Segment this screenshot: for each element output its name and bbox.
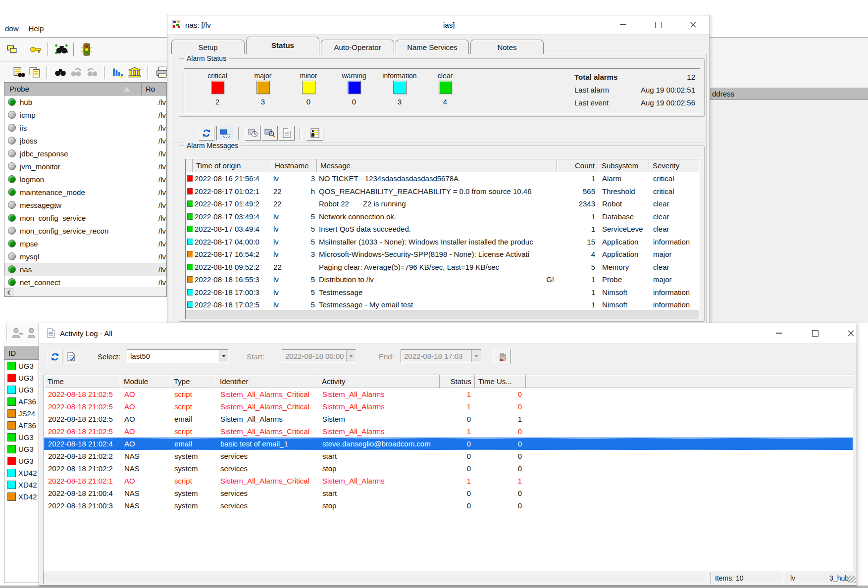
probe-row[interactable]: maintenance_mode /lv [4,186,166,198]
probe-horizontal-scrollbar[interactable] [4,288,166,296]
maximize-button[interactable] [647,15,669,34]
probe-row[interactable]: mpse /lv [4,237,166,250]
module-column-header[interactable]: Module [120,375,170,388]
id-column-header[interactable]: ID [4,347,44,360]
alarm-id-row[interactable]: XD42 [4,490,44,502]
probe-row[interactable]: jdbc_response /lv [4,147,166,160]
minimize-button[interactable] [768,323,790,343]
probe-row[interactable]: jvm_monitor /lv [4,160,166,173]
report-find-button[interactable] [11,65,27,80]
select-combo[interactable]: last50 [127,349,229,363]
login-button[interactable] [28,42,45,57]
severity-color-square[interactable] [256,81,270,94]
scroll-left-button[interactable] [4,288,13,296]
minimize-button[interactable] [612,15,634,34]
activity-row[interactable]: 2022-08-18 21:02:5 AO script Sistem_All_… [44,425,853,438]
severity-column-header[interactable]: Severity [649,159,698,172]
start-date-combo[interactable]: 2022-08-18 00:00 [282,349,356,363]
probe-row[interactable]: mon_config_service_recon /lv [4,224,166,237]
nas-tab[interactable]: Status [246,37,319,54]
probe-row[interactable]: mysql /lv [4,250,166,263]
activity-row[interactable]: 2022-08-18 21:02:1 AO script Sistem_All_… [44,475,853,487]
subsystem-column-header[interactable]: Subsystem [598,159,649,172]
refresh-button[interactable] [199,126,214,141]
schedule-button[interactable] [245,126,261,141]
nas-tab[interactable]: Notes [470,40,544,54]
status-column-header[interactable]: Status [440,375,475,388]
severity-color-square[interactable] [439,81,452,94]
severity-color-square[interactable] [393,81,407,94]
report-button[interactable] [306,126,323,141]
alarm-message-row[interactable]: 2022-08-18 17:02:5 lv5 Testmessage - My … [186,298,699,311]
refresh-button[interactable] [47,349,62,364]
count-column-header[interactable]: Count [557,159,598,172]
alarm-message-row[interactable]: 2022-08-17 01:02:1 22h QOS_REACHABILITY_… [186,185,699,198]
probe-row[interactable]: hub /lv [4,96,166,108]
activity-row[interactable]: 2022-08-18 21:02:4 AO email basic test o… [44,438,853,450]
find-button[interactable] [52,65,68,80]
alarm-id-row[interactable]: XD42 [4,467,44,479]
apply-hand-button[interactable] [493,349,511,364]
close-button[interactable] [840,323,862,343]
alarm-id-row[interactable]: UG3 [4,372,44,384]
nas-tab[interactable]: Auto-Operator [321,40,394,54]
alarm-id-row[interactable]: UG3 [4,384,44,395]
nas-tab[interactable]: Setup [171,40,245,54]
alarm-id-row[interactable]: UG3 [4,360,44,372]
nas-tab[interactable]: Name Services [396,40,469,54]
activity-row[interactable]: 2022-08-18 21:02:2 NAS system services s… [44,462,853,475]
robot-column-header[interactable]: Ro [142,85,155,93]
maximize-button[interactable] [804,323,826,343]
find-next-button[interactable] [68,65,84,80]
accept-user-icon[interactable] [26,327,39,339]
probe-row[interactable]: mon_config_service /lv [4,211,166,224]
probe-row[interactable]: jboss /lv [4,134,166,147]
probe-row[interactable]: nas /lv [4,263,166,276]
time-of-origin-column-header[interactable]: Time of origin [193,159,271,172]
find-probe-button[interactable] [52,41,70,58]
alarm-message-row[interactable]: 2022-08-18 16:55:3 lv5 Distribution to /… [186,273,699,286]
resize-grip[interactable] [848,576,856,583]
time-column-header[interactable]: Time [44,375,120,388]
activity-row[interactable]: 2022-08-18 21:02:5 AO script Sistem_All_… [44,388,853,400]
probe-row[interactable]: logmon /lv [4,173,166,186]
assign-user-icon[interactable] [11,327,23,339]
alarm-message-row[interactable]: 2022-08-18 17:00:3 lv5 Testmessage 1 Nim… [186,286,699,299]
severity-color-square[interactable] [211,81,224,94]
activity-title-bar[interactable]: Activity Log - All [39,323,857,343]
copy-view-button[interactable] [27,65,43,80]
alarm-message-row[interactable]: 2022-08-17 03:49:4 lv5 Network connectio… [186,210,699,223]
find-prev-button[interactable] [84,65,100,80]
end-date-combo[interactable]: 2022-08-18 17:03 [401,349,481,363]
alarm-id-row[interactable]: UG3 [4,443,44,455]
activity-row[interactable]: 2022-08-18 21:00:4 NAS system services s… [44,487,853,499]
close-button[interactable] [682,15,704,34]
time-used-column-header[interactable]: Time Us... [475,375,526,388]
probe-row[interactable]: net_connect /lv [4,276,166,289]
activity-column-header[interactable]: Activity [318,375,440,388]
probe-row[interactable]: iis /lv [4,121,166,134]
severity-color-column-header[interactable] [186,159,193,172]
identifier-column-header[interactable]: Identifier [216,375,318,388]
activity-row[interactable]: 2022-08-18 21:02:2 NAS system services s… [44,450,853,462]
menu-window-partial[interactable]: dow [0,22,24,35]
document-button[interactable] [279,126,295,141]
activity-row[interactable]: 2022-08-18 21:02:5 AO email Sistem_All_A… [44,413,853,425]
probe-row[interactable]: messagegtw /lv [4,198,166,211]
combo-dropdown-button[interactable] [219,350,228,362]
alarm-messages-scrollbar[interactable] [186,310,699,319]
hostname-column-header[interactable]: Hostname [271,159,317,172]
find-computer-button[interactable] [262,126,278,141]
alarm-id-row[interactable]: UG3 [4,455,44,467]
alarm-message-row[interactable]: 2022-08-16 21:56:4 lv3 NO TICKET - 1234s… [186,172,699,185]
alarm-id-row[interactable]: AF36 [4,395,44,407]
probe-column-header[interactable]: Probe [4,83,142,95]
probe-row[interactable]: icmp /lv [4,108,166,121]
alarm-id-row[interactable]: XD42 [4,479,44,490]
alarm-message-row[interactable]: 2022-08-17 03:49:4 lv5 Insert QoS data s… [186,223,699,236]
nas-title-bar[interactable]: nas: [/lv ias] [167,15,710,35]
severity-color-square[interactable] [302,81,315,94]
severity-color-square[interactable] [348,81,361,94]
address-column-header[interactable]: ddress [710,88,868,100]
alarm-message-row[interactable]: 2022-08-17 04:00:0 lv5 MsiInstaller (103… [186,236,699,248]
